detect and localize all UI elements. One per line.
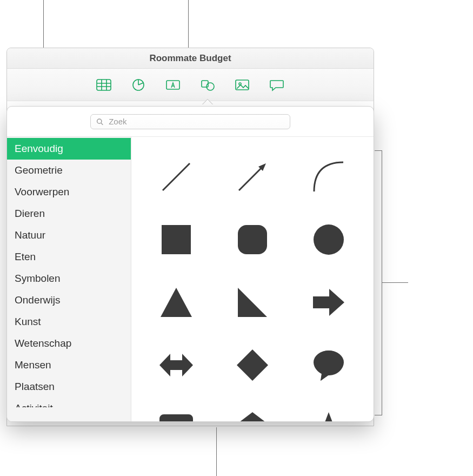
callout-line <box>188 0 189 48</box>
svg-line-13 <box>163 163 190 190</box>
sidebar-item-eenvoudig[interactable]: Eenvoudig <box>7 138 131 160</box>
sidebar-item-wetenschap[interactable]: Wetenschap <box>7 333 131 354</box>
sidebar-item-activiteit[interactable]: Activiteit <box>7 398 131 407</box>
shape-triangle[interactable] <box>155 281 197 323</box>
callout-line <box>382 282 408 283</box>
shape-right-triangle[interactable] <box>231 281 274 323</box>
sidebar-item-label: Geometrie <box>15 164 63 176</box>
speech-rect-icon <box>158 410 194 421</box>
search-input[interactable] <box>108 116 284 127</box>
sidebar-item-label: Eten <box>15 251 36 262</box>
shape-line[interactable] <box>155 156 197 198</box>
media-icon <box>234 78 250 92</box>
sidebar-item-eten[interactable]: Eten <box>7 246 131 268</box>
line-icon <box>158 159 194 195</box>
sidebar-item-voorwerpen[interactable]: Voorwerpen <box>7 181 131 203</box>
shapes-grid <box>145 150 359 421</box>
shape-speech-bubble[interactable] <box>308 344 350 386</box>
toolbar-textbox-button[interactable] <box>163 75 183 95</box>
shape-rounded-square[interactable] <box>231 219 274 261</box>
diamond-icon <box>235 347 270 383</box>
sidebar-item-label: Onderwijs <box>15 294 60 306</box>
svg-point-24 <box>314 351 344 374</box>
sidebar-item-mensen[interactable]: Mensen <box>7 354 131 376</box>
sidebar-item-label: Kunst <box>15 316 41 327</box>
table-icon <box>96 78 112 92</box>
shape-square[interactable] <box>155 219 197 261</box>
shapes-grid-area <box>131 137 374 421</box>
svg-point-11 <box>97 119 102 123</box>
sidebar-item-label: Voorwerpen <box>15 186 69 197</box>
svg-marker-23 <box>237 349 268 381</box>
speech-bubble-icon <box>311 347 347 383</box>
shape-circle[interactable] <box>308 219 350 261</box>
circle-icon <box>311 222 347 257</box>
svg-rect-17 <box>238 225 267 254</box>
svg-marker-22 <box>159 354 193 376</box>
shape-curve[interactable] <box>308 156 350 198</box>
sidebar-item-kunst[interactable]: Kunst <box>7 311 131 333</box>
search-icon <box>96 118 103 125</box>
arrow-right-icon <box>311 285 347 320</box>
sidebar-item-onderwijs[interactable]: Onderwijs <box>7 289 131 311</box>
curve-icon <box>311 159 347 195</box>
svg-marker-19 <box>161 288 192 317</box>
star-icon <box>311 410 347 421</box>
chart-icon <box>130 78 146 92</box>
shape-diamond[interactable] <box>231 344 274 386</box>
callout-line <box>216 427 217 476</box>
double-arrow-icon <box>158 347 194 383</box>
sidebar-item-label: Symbolen <box>15 273 61 284</box>
shape-arrow-right[interactable] <box>308 281 350 323</box>
triangle-icon <box>158 285 194 320</box>
svg-marker-21 <box>313 289 344 316</box>
window-title: Roommate Budget <box>149 53 231 64</box>
sidebar-item-label: Plaatsen <box>15 381 55 392</box>
sidebar-item-label: Natuur <box>15 229 45 241</box>
toolbar-shape-button[interactable] <box>197 75 218 95</box>
search-wrap <box>7 107 374 137</box>
sidebar-item-plaatsen[interactable]: Plaatsen <box>7 376 131 398</box>
toolbar-media-button[interactable] <box>232 75 252 95</box>
sidebar-item-symbolen[interactable]: Symbolen <box>7 268 131 289</box>
toolbar-table-button[interactable] <box>94 75 114 95</box>
svg-point-18 <box>314 224 344 255</box>
shape-pentagon[interactable] <box>231 407 274 421</box>
toolbar-comment-button[interactable] <box>267 75 287 95</box>
shape-double-arrow[interactable] <box>155 344 197 386</box>
shape-arrow-line[interactable] <box>231 156 274 198</box>
right-triangle-icon <box>235 285 270 320</box>
svg-line-14 <box>239 167 263 190</box>
shape-star[interactable] <box>308 407 350 421</box>
shape-icon <box>199 78 216 92</box>
sidebar-item-label: Dieren <box>15 208 45 219</box>
toolbar <box>7 69 374 101</box>
rounded-square-icon <box>235 222 270 257</box>
shape-speech-rect[interactable] <box>155 407 197 421</box>
pentagon-icon <box>235 410 270 421</box>
category-sidebar: Eenvoudig Geometrie Voorwerpen Dieren Na… <box>7 137 131 421</box>
svg-rect-0 <box>97 80 111 90</box>
sidebar-item-label: Mensen <box>15 359 51 371</box>
callout-bracket <box>375 150 382 415</box>
sidebar-item-label: Activiteit <box>15 402 53 407</box>
callout-line <box>43 0 44 48</box>
textbox-icon <box>165 78 181 92</box>
sidebar-item-label: Wetenschap <box>15 338 71 349</box>
search-field[interactable] <box>90 114 290 129</box>
toolbar-chart-button[interactable] <box>128 75 149 95</box>
window-titlebar: Roommate Budget <box>7 48 374 69</box>
sidebar-item-geometrie[interactable]: Geometrie <box>7 160 131 181</box>
arrow-line-icon <box>235 159 270 195</box>
shapes-popover: Eenvoudig Geometrie Voorwerpen Dieren Na… <box>6 106 374 422</box>
svg-rect-16 <box>162 225 191 254</box>
square-icon <box>158 222 194 257</box>
svg-line-12 <box>101 123 103 124</box>
svg-marker-27 <box>312 412 345 421</box>
comment-icon <box>269 78 285 92</box>
sidebar-item-dieren[interactable]: Dieren <box>7 203 131 224</box>
svg-marker-26 <box>237 412 268 421</box>
svg-marker-20 <box>238 288 267 317</box>
sidebar-item-label: Eenvoudig <box>15 143 63 154</box>
sidebar-item-natuur[interactable]: Natuur <box>7 224 131 246</box>
